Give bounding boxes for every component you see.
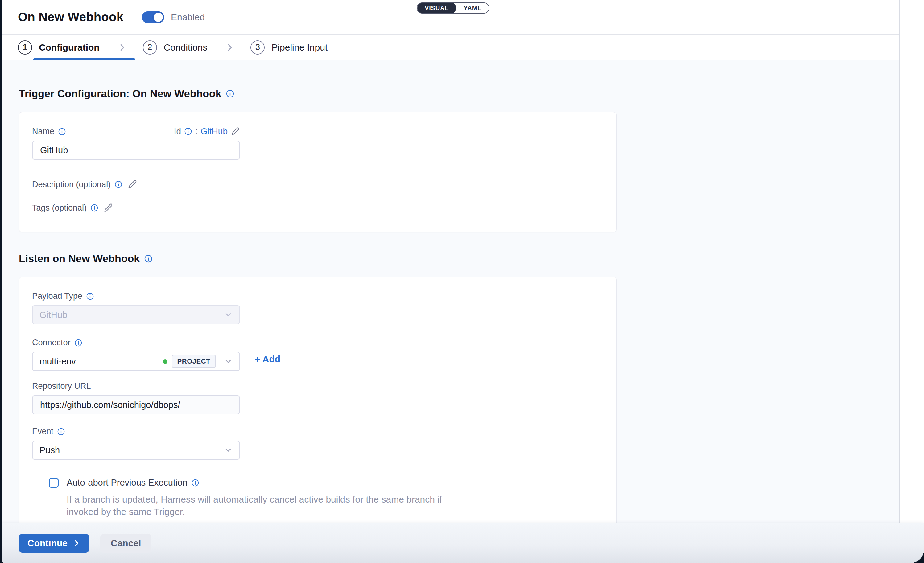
chevron-right-icon — [117, 42, 127, 53]
tags-label: Tags (optional) — [32, 203, 87, 213]
chevron-down-icon — [224, 310, 232, 319]
tab-conditions-label: Conditions — [164, 42, 207, 53]
enabled-toggle[interactable] — [142, 11, 164, 23]
edit-tags-icon[interactable] — [104, 203, 113, 213]
event-label: Event — [32, 427, 53, 436]
connector-select[interactable]: multi-env PROJECT — [32, 352, 240, 371]
connector-value: multi-env — [39, 356, 163, 367]
description-label: Description (optional) — [32, 180, 111, 189]
name-label: Name — [32, 127, 54, 136]
form-content: Trigger Configuration: On New Webhook Na… — [2, 60, 899, 563]
auto-abort-label: Auto-abort Previous Execution — [67, 478, 188, 488]
name-input[interactable] — [32, 141, 240, 160]
id-label: Id — [174, 126, 181, 136]
event-value: Push — [39, 445, 224, 455]
page-title: On New Webhook — [18, 10, 123, 24]
info-icon[interactable] — [86, 292, 94, 300]
info-icon[interactable] — [90, 204, 98, 212]
auto-abort-help-text: If a branch is updated, Harness will aut… — [67, 493, 446, 518]
chevron-right-icon — [72, 539, 81, 547]
auto-abort-checkbox[interactable] — [49, 478, 58, 488]
info-icon[interactable] — [191, 479, 199, 487]
active-tab-underline — [33, 58, 135, 60]
tab-configuration-label: Configuration — [39, 42, 100, 53]
drawer-header: On New Webhook Enabled VISUAL YAML — [2, 0, 899, 35]
connector-scope-badge: PROJECT — [172, 355, 216, 368]
drawer-footer: Continue Cancel — [2, 523, 924, 563]
repository-url-input[interactable] — [32, 395, 240, 415]
repository-url-label: Repository URL — [32, 382, 91, 391]
visual-yaml-toggle: VISUAL YAML — [417, 3, 489, 13]
tab-conditions[interactable]: 2 Conditions — [143, 35, 207, 60]
tab-configuration-number: 1 — [18, 40, 32, 55]
id-separator: : — [195, 126, 198, 136]
tab-pipeline-input-label: Pipeline Input — [272, 42, 327, 53]
info-icon[interactable] — [184, 127, 192, 135]
trigger-config-card: Name Id : GitHub — [19, 112, 616, 232]
connector-label: Connector — [32, 338, 70, 347]
tab-pipeline-input[interactable]: 3 Pipeline Input — [250, 35, 327, 60]
add-connector-button[interactable]: + Add — [255, 354, 280, 364]
connector-status-dot-icon — [163, 359, 168, 364]
info-icon[interactable] — [57, 428, 65, 436]
info-icon[interactable] — [144, 255, 153, 263]
event-select[interactable]: Push — [32, 440, 240, 460]
payload-type-label: Payload Type — [32, 291, 82, 301]
info-icon[interactable] — [74, 339, 82, 347]
tab-pipeline-input-number: 3 — [250, 40, 265, 55]
info-icon[interactable] — [226, 90, 234, 98]
continue-button[interactable]: Continue — [19, 534, 89, 553]
chevron-right-icon — [225, 42, 234, 53]
payload-type-select[interactable]: GitHub — [32, 305, 240, 324]
edit-description-icon[interactable] — [128, 180, 137, 189]
trigger-drawer: On New Webhook Enabled VISUAL YAML 1 Con… — [2, 0, 924, 563]
cancel-button-label: Cancel — [111, 538, 141, 548]
tab-conditions-number: 2 — [143, 40, 157, 55]
trigger-config-heading: Trigger Configuration: On New Webhook — [19, 88, 222, 100]
info-icon[interactable] — [114, 180, 123, 189]
listen-card: Payload Type GitHub Connector — [19, 277, 616, 563]
chevron-down-icon — [224, 446, 232, 454]
cancel-button[interactable]: Cancel — [100, 534, 152, 553]
listen-heading: Listen on New Webhook — [19, 253, 140, 265]
id-value-link[interactable]: GitHub — [201, 126, 228, 136]
visual-toggle-button[interactable]: VISUAL — [417, 3, 456, 13]
enabled-label: Enabled — [171, 12, 205, 22]
toggle-knob-icon — [152, 11, 164, 23]
wizard-tabs: 1 Configuration 2 Conditions 3 Pipeline … — [2, 35, 899, 60]
yaml-toggle-button[interactable]: YAML — [456, 3, 489, 13]
chevron-down-icon — [224, 357, 232, 366]
info-icon[interactable] — [58, 128, 66, 136]
main-panel: On New Webhook Enabled VISUAL YAML 1 Con… — [2, 0, 900, 563]
continue-button-label: Continue — [27, 538, 68, 548]
tab-configuration[interactable]: 1 Configuration — [18, 35, 100, 60]
edit-id-icon[interactable] — [231, 127, 240, 136]
payload-type-value: GitHub — [39, 310, 224, 320]
